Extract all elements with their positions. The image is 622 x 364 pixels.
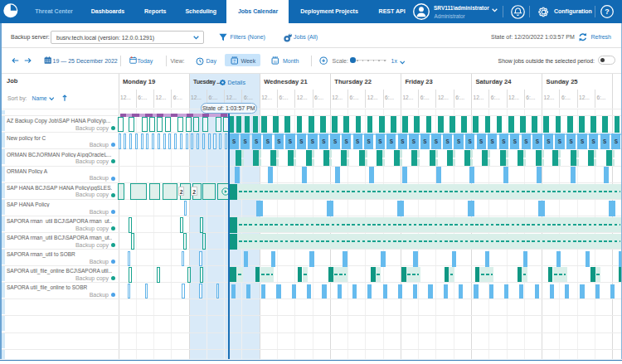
svg-text:30: 30: [274, 60, 277, 63]
svg-text:7: 7: [233, 58, 236, 63]
svg-text:?: ?: [605, 7, 609, 16]
